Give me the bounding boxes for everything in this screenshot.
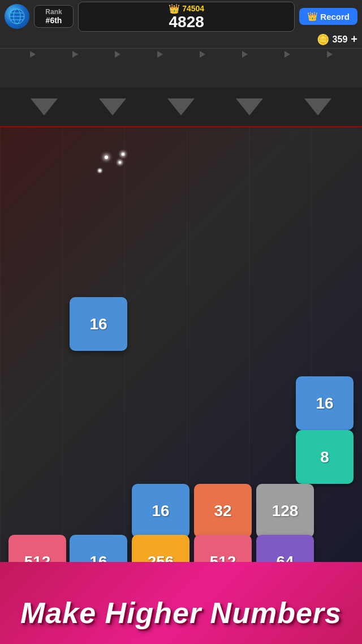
tile-t7: 512 bbox=[8, 535, 66, 562]
arrow-indicator bbox=[115, 51, 120, 58]
coins-row: 🪙 359 + bbox=[0, 33, 362, 48]
tile-t8: 16 bbox=[70, 535, 127, 562]
arrow-indicator bbox=[327, 51, 333, 58]
tile-t4: 16 bbox=[132, 484, 189, 538]
tile-t10: 512 bbox=[194, 535, 252, 562]
coin-icon: 🪙 bbox=[317, 33, 329, 46]
crown-icon: 👑 bbox=[169, 3, 180, 14]
tile-t1: 16 bbox=[70, 297, 127, 351]
coin-count: 359 bbox=[333, 35, 348, 45]
high-score-row: 👑 74504 bbox=[169, 3, 204, 14]
rank-label: Rank bbox=[45, 8, 62, 16]
dropper-column-2[interactable] bbox=[99, 98, 126, 115]
tile-t2: 16 bbox=[296, 376, 354, 430]
rank-box: Rank #6th bbox=[34, 5, 74, 28]
rank-value: #6th bbox=[46, 16, 62, 25]
arrow-indicator bbox=[157, 51, 163, 58]
current-score: 4828 bbox=[169, 14, 204, 30]
arrow-indicator bbox=[200, 51, 205, 58]
record-button[interactable]: 👑 Record bbox=[299, 8, 357, 25]
arrows-row bbox=[0, 48, 362, 59]
dropper-column-4[interactable] bbox=[236, 98, 263, 115]
sparkles bbox=[88, 150, 133, 195]
arrow-indicator bbox=[242, 51, 248, 58]
game-board[interactable]: 1616816321285121625651264 bbox=[0, 127, 362, 562]
tile-t3: 8 bbox=[296, 430, 354, 484]
header: Rank #6th 👑 74504 4828 👑 Record 🪙 359 + bbox=[0, 0, 362, 88]
score-box: 👑 74504 4828 bbox=[78, 2, 295, 32]
dropper-row[interactable] bbox=[0, 88, 362, 127]
dropper-column-5[interactable] bbox=[304, 98, 331, 115]
high-score: 74504 bbox=[182, 4, 204, 13]
tile-t6: 128 bbox=[256, 484, 314, 538]
tile-t11: 64 bbox=[256, 535, 314, 562]
header-top: Rank #6th 👑 74504 4828 👑 Record bbox=[0, 0, 362, 33]
record-button-label: Record bbox=[320, 12, 350, 22]
arrow-indicator bbox=[30, 51, 36, 58]
tile-t5: 32 bbox=[194, 484, 252, 538]
arrow-indicator bbox=[72, 51, 78, 58]
add-coins-button[interactable]: + bbox=[351, 33, 357, 46]
globe-button[interactable] bbox=[5, 4, 29, 29]
tile-t9: 256 bbox=[132, 535, 189, 562]
dropper-column-1[interactable] bbox=[31, 98, 58, 115]
record-crown-icon: 👑 bbox=[307, 11, 318, 22]
arrow-indicator bbox=[285, 51, 290, 58]
banner-text: Make Higher Numbers bbox=[20, 596, 342, 630]
dropper-column-3[interactable] bbox=[167, 98, 195, 115]
bottom-banner: Make Higher Numbers bbox=[0, 562, 362, 644]
